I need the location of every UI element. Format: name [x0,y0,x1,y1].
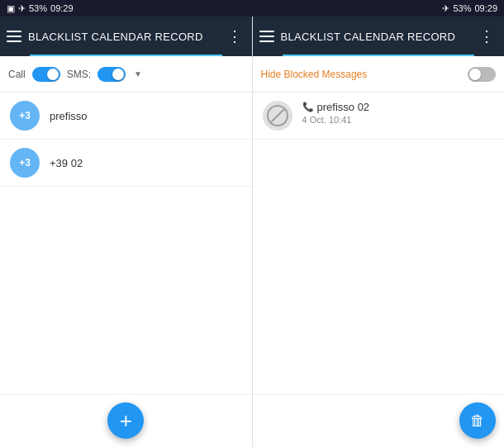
blocked-icon [267,105,288,126]
avatar-1: +3 [10,101,40,131]
main-layout: ▣ ✈ 53% 09:29 ✈ 53% 09:29 BLACKLIST CALE… [0,0,504,447]
right-item-info: 📞 prefisso 02 4 Oct. 10:41 [302,101,370,125]
status-bar-right: ✈ 53% 09:29 [442,3,497,14]
hide-blocked-toggle[interactable] [468,67,496,82]
delete-button[interactable]: 🗑 [459,402,496,439]
call-toggle-knob [47,69,59,80]
list-item-text-2: +39 02 [50,157,83,169]
battery-right: 53% [453,3,471,13]
right-filter-bar: Hide Blocked Messages [253,56,505,93]
hide-blocked-knob [469,69,481,80]
right-panel: BLACKLIST CALENDAR RECORD ⋮ Hide Blocked… [253,17,505,447]
sms-toggle[interactable] [97,67,126,82]
status-bar-left: ▣ ✈ 53% 09:29 [7,3,74,14]
right-menu-button[interactable] [259,31,274,42]
avatar-2: +3 [10,148,40,178]
left-more-button[interactable]: ⋮ [224,24,245,49]
add-button[interactable]: + [107,402,144,439]
right-list-item[interactable]: 📞 prefisso 02 4 Oct. 10:41 [253,93,505,140]
panels-wrapper: BLACKLIST CALENDAR RECORD ⋮ Call SMS: ▼ [0,17,504,447]
battery-left: 53% [29,3,47,13]
right-title-underline [283,55,475,56]
airplane-mode-icon-right: ✈ [442,3,449,14]
trash-icon: 🗑 [470,412,485,430]
left-app-bar: BLACKLIST CALENDAR RECORD ⋮ [0,17,252,56]
time-right: 09:29 [474,3,497,13]
list-item[interactable]: +3 prefisso [0,93,252,140]
blocked-avatar [263,101,292,131]
right-more-button[interactable]: ⋮ [476,24,497,49]
dropdown-arrow-icon[interactable]: ▼ [134,69,142,78]
call-label: Call [8,69,26,80]
left-list-area: +3 prefisso +3 +39 02 [0,93,252,394]
hide-blocked-label: Hide Blocked Messages [261,69,368,80]
right-item-date: 4 Oct. 10:41 [302,115,370,125]
right-item-number: 📞 prefisso 02 [302,101,370,113]
list-item-text-1: prefisso [50,110,88,122]
right-list-area: 📞 prefisso 02 4 Oct. 10:41 [253,93,505,394]
time-left: 09:29 [50,3,74,13]
status-bar: ▣ ✈ 53% 09:29 ✈ 53% 09:29 [0,0,504,17]
sms-toggle-knob [112,69,124,80]
left-panel-title: BLACKLIST CALENDAR RECORD [28,31,217,43]
right-panel-title: BLACKLIST CALENDAR RECORD [281,31,470,43]
left-fab-area: + [0,394,252,447]
airplane-mode-icon: ✈ [18,3,26,14]
call-toggle[interactable] [32,67,60,82]
phone-icon: 📞 [302,102,314,112]
sms-label: SMS: [67,69,91,80]
left-panel: BLACKLIST CALENDAR RECORD ⋮ Call SMS: ▼ [0,17,253,447]
list-item-2[interactable]: +3 +39 02 [0,140,252,187]
left-title-underline [30,55,222,56]
left-menu-button[interactable] [7,31,21,42]
right-app-bar: BLACKLIST CALENDAR RECORD ⋮ [253,17,505,56]
right-fab-area: 🗑 [253,394,505,447]
screen-icon: ▣ [7,3,15,14]
left-filter-bar: Call SMS: ▼ [0,56,252,93]
